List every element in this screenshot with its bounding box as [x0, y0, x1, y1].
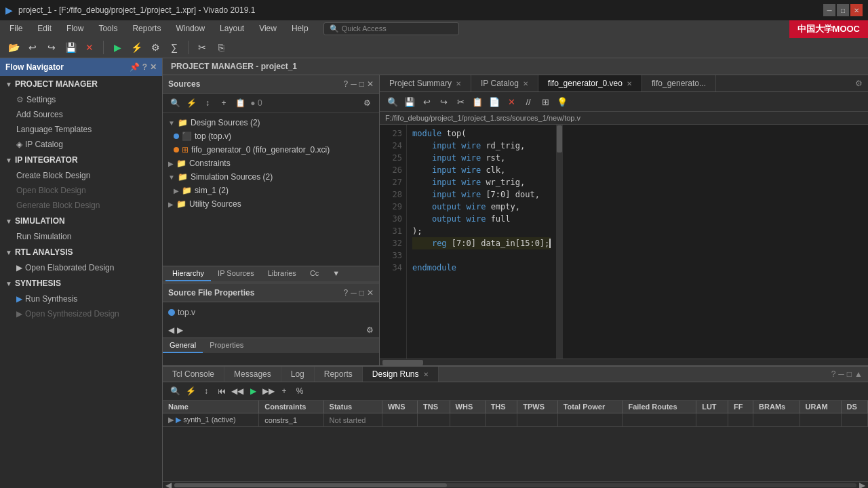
sp-left-arrow[interactable]: ◀ — [168, 325, 174, 335]
et-ip-catalog-close[interactable]: ✕ — [523, 80, 528, 87]
editor-tab-project-summary[interactable]: Project Summary ✕ — [380, 75, 471, 92]
tb-redo-button[interactable]: ↪ — [43, 39, 60, 56]
ed-delete-button[interactable]: ✕ — [504, 94, 519, 109]
editor-settings-icon[interactable]: ⚙ — [850, 79, 868, 88]
tree-fifo-gen[interactable]: ⊞ fifo_generator_0 (fifo_generator_0.xci… — [163, 143, 379, 157]
nav-item-add-sources[interactable]: Add Sources — [0, 107, 162, 122]
code-editor[interactable]: 23 24 25 26 27 28 29 30 31 32 33 34 modu… — [380, 125, 868, 359]
nav-icon-close[interactable]: ✕ — [150, 62, 157, 72]
sources-sort-button[interactable]: ↕ — [201, 96, 214, 110]
bt-search[interactable]: 🔍 — [168, 384, 182, 398]
tree-simulation-sources[interactable]: ▼ 📁 Simulation Sources (2) — [163, 170, 379, 184]
menu-flow[interactable]: Flow — [60, 22, 90, 35]
btab-log[interactable]: Log — [281, 367, 315, 382]
nav-icon-pin[interactable]: 📌 — [130, 62, 140, 72]
editor-tab-fifo-veo[interactable]: fifo_generator_0.veo ✕ — [538, 75, 642, 92]
menu-edit[interactable]: Edit — [31, 22, 58, 35]
tree-design-sources[interactable]: ▼ 📁 Design Sources (2) — [163, 116, 379, 129]
tab-ip-sources[interactable]: IP Sources — [211, 266, 261, 281]
sources-settings-button[interactable]: ⚙ — [360, 96, 374, 110]
et-fifo-veo-close[interactable]: ✕ — [627, 80, 632, 87]
tb-synth-button[interactable]: ⚡ — [128, 39, 144, 56]
et-project-summary-close[interactable]: ✕ — [456, 80, 461, 87]
bp-question[interactable]: ? — [831, 369, 836, 379]
restore-button[interactable]: □ — [837, 4, 849, 16]
ed-redo-button[interactable]: ↪ — [436, 94, 451, 109]
sources-filter-button[interactable]: ⚡ — [184, 96, 198, 110]
tab-extra[interactable]: ▼ — [326, 266, 347, 281]
close-button[interactable]: ✕ — [850, 4, 863, 16]
menu-layout[interactable]: Layout — [213, 22, 251, 35]
tb-sum-button[interactable]: ∑ — [166, 39, 182, 56]
nav-item-open-elaborated[interactable]: ▶ Open Elaborated Design — [0, 260, 162, 275]
tree-utility-sources[interactable]: ▶ 📁 Utility Sources — [163, 197, 379, 211]
ed-table-button[interactable]: ⊞ — [538, 94, 553, 109]
tree-top-v[interactable]: ⬛ top (top.v) — [163, 129, 379, 143]
editor-scrollbar-v[interactable] — [556, 125, 563, 359]
sources-search-button[interactable]: 🔍 — [168, 96, 182, 110]
scroll-left[interactable]: ◀ — [165, 481, 172, 489]
bt-next[interactable]: ▶▶ — [262, 384, 275, 398]
section-header-synthesis[interactable]: ▼ SYNTHESIS — [0, 275, 162, 291]
tab-cc[interactable]: Cc — [303, 266, 326, 281]
btab-tcl-console[interactable]: Tcl Console — [163, 367, 224, 382]
tb-run-button[interactable]: ▶ — [109, 39, 125, 56]
tb-undo-button[interactable]: ↩ — [24, 39, 41, 56]
ed-cut-button[interactable]: ✂ — [453, 94, 468, 109]
sp-settings[interactable]: ⚙ — [366, 325, 374, 335]
bt-percent[interactable]: % — [293, 384, 307, 398]
section-header-simulation[interactable]: ▼ SIMULATION — [0, 213, 162, 229]
bt-first[interactable]: ⏮ — [215, 384, 229, 398]
nav-item-run-synthesis[interactable]: ▶ Run Synthesis — [0, 291, 162, 306]
tb-save-button[interactable]: 💾 — [62, 39, 79, 56]
btab-design-runs[interactable]: Design Runs ✕ — [363, 367, 439, 382]
editor-tab-fifo-extra[interactable]: fifo_generato... — [642, 75, 716, 92]
sources-minimize-icon[interactable]: ─ — [351, 79, 357, 89]
menu-reports[interactable]: Reports — [125, 22, 167, 35]
ed-paste-button[interactable]: 📄 — [487, 94, 502, 109]
bt-filter1[interactable]: ⚡ — [184, 384, 197, 398]
bt-run[interactable]: ▶ — [246, 384, 260, 398]
menu-tools[interactable]: Tools — [92, 22, 124, 35]
ed-save-button[interactable]: 💾 — [402, 94, 417, 109]
design-runs-close[interactable]: ✕ — [423, 371, 429, 378]
section-header-ip-integrator[interactable]: ▼ IP INTEGRATOR — [0, 152, 162, 168]
ed-search-button[interactable]: 🔍 — [385, 94, 400, 109]
tb-settings-button[interactable]: ⚙ — [147, 39, 163, 56]
sp-restore[interactable]: □ — [359, 288, 364, 298]
bt-prev[interactable]: ◀◀ — [231, 384, 244, 398]
menu-help[interactable]: Help — [285, 22, 315, 35]
section-header-rtl[interactable]: ▼ RTL ANALYSIS — [0, 244, 162, 260]
tab-hierarchy[interactable]: Hierarchy — [165, 266, 211, 281]
nav-item-settings[interactable]: ⚙ Settings — [0, 92, 162, 107]
btab-reports[interactable]: Reports — [315, 367, 363, 382]
tb-cut-button[interactable]: ✂ — [194, 39, 210, 56]
sources-close-icon[interactable]: ✕ — [367, 79, 374, 89]
sources-add-button[interactable]: + — [217, 96, 231, 110]
menu-window[interactable]: Window — [169, 22, 212, 35]
btab-messages[interactable]: Messages — [224, 367, 281, 382]
nav-item-run-simulation[interactable]: Run Simulation — [0, 229, 162, 244]
sp-minimize[interactable]: ─ — [351, 288, 357, 298]
props-tab-general[interactable]: General — [163, 338, 203, 353]
bt-add[interactable]: + — [277, 384, 291, 398]
nav-item-ip-catalog[interactable]: ◈ IP Catalog — [0, 137, 162, 152]
sources-compile-button[interactable]: 📋 — [233, 96, 247, 110]
section-header-project-manager[interactable]: ▼ PROJECT MANAGER — [0, 76, 162, 92]
sp-right-arrow[interactable]: ▶ — [177, 325, 183, 335]
bp-maximize[interactable]: ▲ — [854, 369, 863, 379]
tb-close-button[interactable]: ✕ — [81, 39, 98, 56]
bottom-scrollbar-h[interactable]: ◀ ▶ — [163, 481, 868, 488]
sp-question[interactable]: ? — [344, 288, 349, 298]
ed-undo-button[interactable]: ↩ — [419, 94, 434, 109]
scroll-right[interactable]: ▶ — [859, 481, 865, 489]
bt-filter2[interactable]: ↕ — [199, 384, 213, 398]
ed-comment-button[interactable]: // — [521, 94, 536, 109]
tab-libraries[interactable]: Libraries — [261, 266, 303, 281]
sources-question-icon[interactable]: ? — [344, 79, 349, 89]
props-tab-properties[interactable]: Properties — [203, 338, 250, 353]
tree-constraints[interactable]: ▶ 📁 Constraints — [163, 157, 379, 170]
nav-item-create-block-design[interactable]: Create Block Design — [0, 168, 162, 183]
minimize-button[interactable]: ─ — [823, 4, 835, 16]
tree-sim1[interactable]: ▶ 📁 sim_1 (2) — [163, 184, 379, 197]
